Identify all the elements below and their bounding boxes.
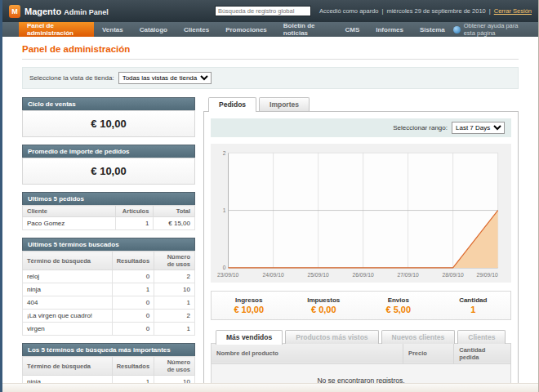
page-title: Panel de administración: [22, 44, 519, 60]
stat-label: Impuestos: [287, 296, 362, 304]
table-cell: 1: [154, 323, 195, 336]
svg-text:25/09/10: 25/09/10: [307, 272, 328, 278]
table-cell: ¡La virgen que cuadro!: [23, 310, 113, 323]
svg-text:1: 1: [223, 207, 226, 213]
stat-label: Ingresos: [212, 296, 287, 304]
column-header: Total: [154, 206, 195, 217]
top-search-terms-table: Término de búsqueda Resultados Número de…: [22, 356, 195, 383]
main-nav: Panel de administración Ventas Catálogo …: [2, 22, 538, 37]
widget-title: Ultimos 5 pedidos: [22, 192, 195, 205]
nav-item-system[interactable]: Sistema: [412, 22, 453, 37]
stat-value: € 0,00: [287, 305, 362, 314]
column-header: Número de usos: [154, 252, 195, 270]
svg-text:27/09/10: 27/09/10: [398, 272, 419, 278]
magento-admin-window: M Magento Admin Panel Accedió como apard…: [0, 0, 539, 392]
table-cell: 404: [23, 296, 113, 310]
widget-title: Promedio de importe de pedidos: [22, 145, 195, 158]
stat-quantity: Cantidad 1: [436, 296, 511, 314]
table-row: Paco Gomez1€ 15,00: [23, 217, 195, 230]
header-date: miércoles 29 de septiembre de 2010: [386, 7, 485, 15]
widget-title: Ciclo de ventas: [22, 97, 195, 110]
tab-amounts[interactable]: Importes: [259, 97, 310, 111]
tab-customers[interactable]: Clientes: [457, 330, 506, 344]
table-cell: 10: [154, 376, 195, 384]
table-cell: 1: [115, 217, 153, 230]
tab-bestsellers[interactable]: Más vendidos: [216, 330, 283, 345]
store-view-label: Seleccione la vista de tienda:: [29, 74, 114, 82]
table-row: ninja110: [23, 283, 195, 296]
nav-item-newsletter[interactable]: Boletín de noticias: [275, 22, 337, 37]
tab-orders[interactable]: Pedidos: [208, 97, 256, 112]
range-label: Seleccionar rango:: [393, 124, 448, 131]
column-header: Cantidad pedida: [454, 343, 511, 363]
table-cell: ninja: [23, 283, 113, 296]
table-cell: 0: [112, 310, 154, 323]
nav-item-catalog[interactable]: Catálogo: [131, 22, 176, 37]
widget-title: Los 5 términos de búsqueda más important…: [22, 343, 195, 356]
empty-message: No se encontraron registros.: [212, 363, 511, 383]
stat-value: € 10,00: [212, 305, 287, 314]
logged-in-text: Accedió como apardo: [319, 7, 379, 15]
last-orders-widget: Ultimos 5 pedidos Cliente Artículos Tota…: [22, 192, 195, 230]
table-cell: 0: [112, 270, 154, 283]
column-header: Resultados: [112, 252, 154, 270]
help-icon: [453, 26, 461, 33]
logout-link[interactable]: Cerrar Sesión: [494, 7, 532, 15]
range-select[interactable]: Last 7 Days: [452, 122, 505, 134]
grids-tabs: Más vendidos Productos más vistos Nuevos…: [211, 330, 511, 344]
stat-shipping: Envios € 5,00: [361, 296, 436, 314]
column-header: Término de búsqueda: [23, 357, 113, 376]
global-search-input[interactable]: [215, 6, 311, 16]
store-view-bar: Seleccione la vista de tienda: Todas las…: [22, 67, 519, 89]
average-orders-widget: Promedio de importe de pedidos € 10,00: [22, 145, 195, 185]
nav-item-reports[interactable]: Informes: [368, 22, 412, 37]
svg-text:2: 2: [223, 150, 226, 156]
last-search-terms-widget: Ultimos 5 términos buscados Término de b…: [22, 238, 195, 336]
nav-item-sales[interactable]: Ventas: [94, 22, 131, 37]
dashboard-content: Panel de administración Seleccione la vi…: [2, 37, 538, 383]
svg-text:26/09/10: 26/09/10: [353, 272, 374, 278]
help-label: Obtener ayuda para esta página: [464, 22, 530, 37]
page-help-link[interactable]: Obtener ayuda para esta página: [453, 22, 530, 37]
table-cell: 1: [154, 296, 195, 310]
average-orders-value: € 10,00: [22, 158, 195, 185]
brand-title: Magento Admin Panel: [24, 7, 109, 16]
table-row: ninja110: [23, 376, 195, 384]
stat-value: € 5,00: [361, 305, 436, 314]
chart-tabs: Pedidos Importes: [203, 97, 519, 111]
header-user-info: Accedió como apardo | miércoles 29 de se…: [319, 7, 532, 15]
column-header: Resultados: [112, 357, 154, 376]
table-cell: 2: [154, 310, 195, 323]
store-view-select[interactable]: Todas las vistas de tienda: [118, 72, 212, 84]
magento-logo: M Magento Admin Panel: [9, 5, 109, 18]
separator: |: [489, 7, 491, 15]
app-header: M Magento Admin Panel Accedió como apard…: [2, 0, 538, 22]
stat-tax: Impuestos € 0,00: [287, 296, 362, 314]
nav-item-cms[interactable]: CMS: [336, 22, 368, 37]
svg-text:24/09/10: 24/09/10: [262, 272, 283, 278]
svg-text:23/09/10: 23/09/10: [217, 272, 238, 278]
table-cell: 1: [112, 376, 154, 384]
widget-title: Ultimos 5 términos buscados: [22, 238, 195, 251]
tab-new-customers[interactable]: Nuevos clientes: [381, 330, 456, 344]
table-cell: reloj: [23, 270, 113, 283]
tab-most-viewed[interactable]: Productos más vistos: [285, 330, 378, 344]
table-row: virgen01: [23, 323, 195, 336]
dashboard-left-column: Ciclo de ventas € 10,00 Promedio de impo…: [22, 97, 195, 383]
table-cell: 2: [154, 270, 195, 283]
svg-text:28/09/10: 28/09/10: [443, 272, 464, 278]
stat-label: Cantidad: [436, 296, 511, 304]
table-cell: 1: [112, 283, 154, 296]
dashboard-right-column: Pedidos Importes Seleccionar rango: Last…: [203, 97, 519, 383]
column-header: Número de usos: [154, 357, 195, 376]
range-bar: Seleccionar rango: Last 7 Days: [211, 118, 511, 137]
nav-item-dashboard[interactable]: Panel de administración: [19, 22, 94, 37]
nav-item-customers[interactable]: Clientes: [176, 22, 217, 37]
column-header: Precio: [403, 343, 453, 363]
table-row: 40401: [23, 296, 195, 310]
table-cell: € 15,00: [154, 217, 195, 230]
nav-item-promotions[interactable]: Promociones: [217, 22, 275, 37]
top-search-terms-widget: Los 5 términos de búsqueda más important…: [22, 343, 195, 383]
stat-label: Envios: [361, 296, 436, 304]
table-cell: Paco Gomez: [23, 217, 116, 230]
